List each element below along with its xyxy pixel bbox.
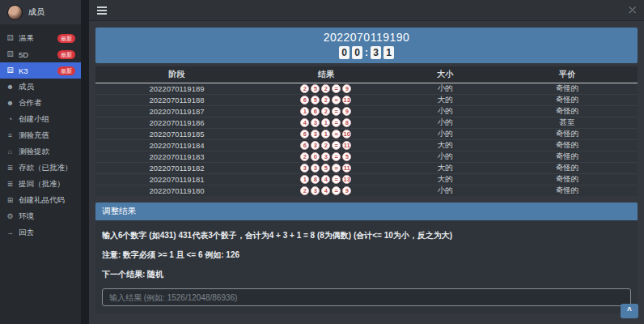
equals-ball: =	[332, 186, 341, 195]
countdown-digit: 3	[371, 46, 381, 59]
sidebar-item-label: K3	[19, 66, 28, 75]
digit-ball: 2	[300, 186, 309, 195]
result-cell: 335=11	[258, 163, 394, 174]
parity-cell: 奇怪的	[497, 163, 638, 174]
parity-cell: 奇怪的	[497, 106, 638, 117]
new-badge: 最新	[57, 50, 75, 59]
user-profile[interactable]: 成员	[0, 0, 81, 24]
table-row: 2022070119180234=9小的奇怪的	[95, 185, 638, 197]
hamburger-icon[interactable]	[97, 6, 107, 15]
gear-icon: ⚙	[6, 212, 15, 220]
equals-ball: =	[332, 84, 341, 93]
digit-ball: 3	[311, 186, 320, 195]
size-cell: 小的	[394, 185, 497, 197]
digit-ball: 5	[342, 152, 351, 161]
digit-ball: 10	[342, 130, 351, 139]
equals-ball: =	[332, 96, 341, 104]
sidebar-item-members[interactable]: ☻成员	[0, 79, 81, 95]
main-area: ⤫ 2022070119190 00:31 阶段 结果 大小 平价 202207…	[89, 0, 644, 324]
period-cell: 2022070119187	[95, 106, 258, 117]
period-cell: 2022070119185	[95, 129, 258, 140]
sidebar-item-label: 创建小组	[19, 114, 49, 125]
sidebar: 成员 ⚄温果最新⚄5D最新⚄K3最新☻成员☻合作者◔创建小组≡测验充值⌂测验提款…	[0, 0, 81, 324]
col-header-period: 阶段	[95, 66, 258, 83]
digit-ball: 0	[311, 152, 320, 161]
fullscreen-icon[interactable]: ⤫	[629, 6, 636, 15]
digit-ball: 9	[342, 84, 351, 93]
sidebar-item-label: 存款（已批准）	[19, 163, 73, 173]
size-cell: 小的	[394, 151, 497, 163]
digit-ball: 3	[311, 130, 320, 139]
next-result-line: 下一个结果: 随机	[102, 269, 631, 280]
sidebar-item-deposits-approved[interactable]: ≣存款（已批准）	[0, 160, 81, 176]
sidebar-item-review-recharge[interactable]: ≡测验充值	[0, 127, 81, 143]
col-header-parity: 平价	[497, 66, 638, 83]
sidebar-item-gift-code[interactable]: ⊞创建礼品代码	[0, 192, 81, 208]
sidebar-item-label: 环境	[19, 211, 34, 222]
result-cell: 631=10	[258, 129, 394, 140]
digit-ball: 2	[321, 84, 330, 93]
result-cell: 162=9	[258, 106, 394, 117]
sidebar-item-5d[interactable]: ⚄5D最新	[0, 46, 81, 62]
sidebar-item-environment[interactable]: ⚙环境	[0, 208, 81, 224]
col-header-size: 大小	[394, 66, 497, 83]
result-cell: 234=9	[258, 185, 394, 197]
table-header-row: 阶段 结果 大小 平价	[95, 66, 638, 83]
panel-title: 调整结果	[95, 202, 638, 220]
table-row: 2022070119184632=11大的奇怪的	[95, 140, 638, 151]
size-cell: 小的	[394, 129, 497, 140]
size-cell: 大的	[394, 140, 497, 151]
sidebar-item-label: 测验提款	[19, 147, 49, 157]
table-row: 2022070119188652=13大的奇怪的	[95, 95, 638, 106]
size-cell: 小的	[394, 117, 497, 129]
period-cell: 2022070119186	[95, 117, 258, 129]
result-input[interactable]	[102, 288, 631, 306]
sidebar-item-k3[interactable]: ⚄K3最新	[0, 62, 81, 79]
sidebar-item-label: 5D	[19, 50, 28, 59]
period-cell: 2022070119183	[95, 151, 258, 163]
digit-ball: 13	[342, 175, 351, 184]
sidebar-item-withdraw-approved[interactable]: ≣提回（批准）	[0, 176, 81, 192]
digit-ball: 3	[321, 152, 330, 161]
equals-ball: =	[332, 118, 341, 127]
dice-icon: ⚄	[6, 34, 15, 42]
bars-icon: ≡	[6, 131, 15, 139]
rule-line-2: 注意: 数字必须 >= 1 且 <= 6 例如: 126	[102, 249, 631, 261]
sidebar-item-logout[interactable]: →回去	[0, 224, 81, 241]
content: 2022070119190 00:31 阶段 结果 大小 平价 20220701…	[89, 21, 644, 324]
sidebar-item-label: 温果	[19, 33, 34, 44]
digit-ball: 2	[321, 96, 330, 104]
digit-ball: 3	[311, 118, 320, 127]
panel-body: 输入6个数字 (如431) 431代表3个骰子，合计为4 + 3 + 1 = 8…	[95, 220, 638, 313]
sidebar-item-wingo[interactable]: ⚄温果最新	[0, 30, 81, 46]
sidebar-menu: ⚄温果最新⚄5D最新⚄K3最新☻成员☻合作者◔创建小组≡测验充值⌂测验提款≣存款…	[0, 24, 81, 241]
digit-ball: 9	[342, 107, 351, 116]
table-row: 2022070119186431=8小的甚至	[95, 117, 638, 129]
sidebar-item-partners[interactable]: ☻合作者	[0, 95, 81, 111]
digit-ball: 1	[321, 130, 330, 139]
sidebar-item-label: 合作者	[19, 98, 42, 109]
sidebar-item-label: 测验充值	[19, 130, 49, 141]
col-header-result: 结果	[258, 66, 394, 83]
digit-ball: 6	[300, 96, 309, 104]
dice-icon: ⚄	[6, 50, 15, 58]
digit-ball: 1	[321, 118, 330, 127]
sidebar-item-review-withdraw[interactable]: ⌂测验提款	[0, 143, 81, 160]
list-icon: ≣	[6, 180, 15, 188]
sidebar-item-create-group[interactable]: ◔创建小组	[0, 111, 81, 127]
period-cell: 2022070119188	[95, 95, 258, 106]
digit-ball: 2	[300, 84, 309, 93]
sidebar-item-label: 创建礼品代码	[19, 195, 65, 206]
period-cell: 2022070119182	[95, 163, 258, 174]
period-cell: 2022070119184	[95, 140, 258, 151]
sidebar-item-label: 提回（批准）	[19, 179, 65, 190]
digit-ball: 11	[342, 164, 351, 173]
adjust-result-panel: 调整结果 输入6个数字 (如431) 431代表3个骰子，合计为4 + 3 + …	[95, 202, 638, 313]
sidebar-item-label: 成员	[19, 82, 34, 92]
digit-ball: 3	[300, 164, 309, 173]
period-cell: 2022070119180	[95, 185, 258, 197]
users-icon: ☻	[6, 99, 15, 107]
digit-ball: 13	[342, 96, 351, 104]
size-cell: 大的	[394, 163, 497, 174]
scroll-top-button[interactable]: ^	[621, 304, 638, 318]
